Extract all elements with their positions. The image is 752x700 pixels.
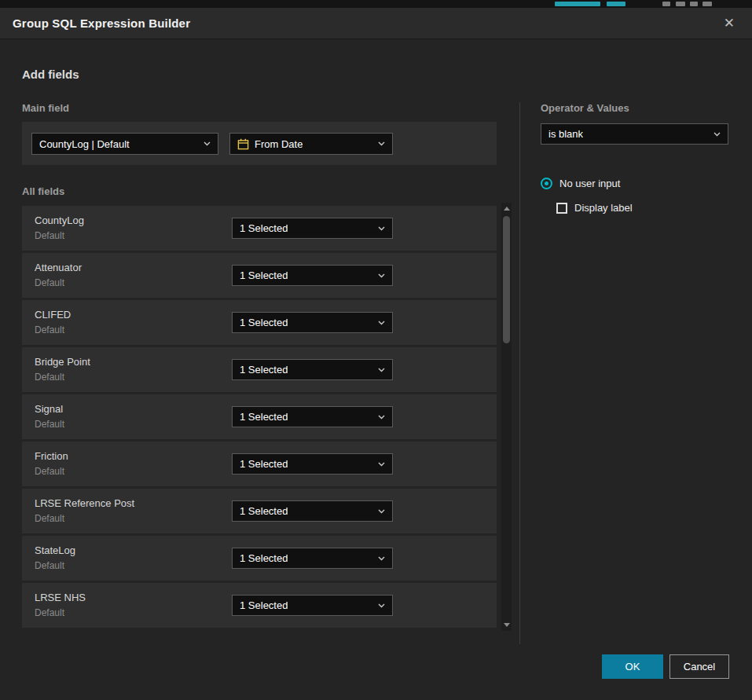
field-selected-label: 1 Selected xyxy=(240,411,288,423)
field-row: StateLog Default 1 Selected xyxy=(22,536,497,581)
chevron-down-icon xyxy=(378,509,385,514)
field-selected-dropdown[interactable]: 1 Selected xyxy=(232,218,393,239)
calendar-icon xyxy=(237,138,249,150)
radio-label: No user input xyxy=(559,178,620,189)
field-name: CountyLog xyxy=(35,214,84,226)
vertical-divider xyxy=(519,102,520,644)
scrollbar-thumb[interactable] xyxy=(503,216,510,343)
chevron-down-icon xyxy=(378,321,385,325)
field-selected-label: 1 Selected xyxy=(240,269,288,281)
scrollbar[interactable] xyxy=(501,203,512,631)
main-field-date-dropdown[interactable]: From Date xyxy=(229,133,393,155)
field-row: Attenuator Default 1 Selected xyxy=(22,253,497,298)
field-row: Friction Default 1 Selected xyxy=(22,442,497,486)
field-sublabel: Default xyxy=(35,466,64,477)
operator-dropdown[interactable]: is blank xyxy=(541,123,728,145)
operator-values-heading: Operator & Values xyxy=(541,102,629,114)
ok-button[interactable]: OK xyxy=(602,654,663,679)
main-field-layer-dropdown[interactable]: CountyLog | Default xyxy=(31,133,218,155)
scroll-up-icon[interactable] xyxy=(504,207,510,211)
checkbox-label: Display label xyxy=(574,202,633,214)
field-selected-label: 1 Selected xyxy=(240,599,288,611)
field-name: LRSE Reference Post xyxy=(35,497,134,509)
chevron-down-icon xyxy=(378,226,385,231)
field-sublabel: Default xyxy=(35,607,64,618)
no-user-input-radio[interactable]: No user input xyxy=(541,178,620,189)
chevron-down-icon xyxy=(378,415,385,420)
field-sublabel: Default xyxy=(35,560,64,571)
field-sublabel: Default xyxy=(35,324,64,335)
field-name: StateLog xyxy=(35,544,75,556)
dialog-header: Group SQL Expression Builder ✕ xyxy=(0,8,752,39)
field-row: Bridge Point Default 1 Selected xyxy=(22,347,497,392)
dialog-title: Group SQL Expression Builder xyxy=(13,16,190,30)
field-row: LRSE NHS Default 1 Selected xyxy=(22,583,497,628)
checkbox-icon xyxy=(556,203,567,214)
screen: Group SQL Expression Builder ✕ Add field… xyxy=(0,0,752,700)
operator-values-panel: Operator & Values is blank No user input… xyxy=(541,102,729,259)
display-label-checkbox[interactable]: Display label xyxy=(556,202,633,214)
field-selected-dropdown[interactable]: 1 Selected xyxy=(232,500,393,522)
field-selected-label: 1 Selected xyxy=(240,552,288,564)
field-selected-label: 1 Selected xyxy=(240,505,288,517)
field-selected-label: 1 Selected xyxy=(240,364,288,376)
dropdown-value: From Date xyxy=(255,138,303,150)
field-selected-dropdown[interactable]: 1 Selected xyxy=(232,548,393,569)
field-selected-dropdown[interactable]: 1 Selected xyxy=(232,595,393,616)
field-sublabel: Default xyxy=(35,230,64,241)
field-name: Attenuator xyxy=(35,262,82,273)
all-fields-list: CountyLog Default 1 Selected Attenuator … xyxy=(22,206,497,630)
radio-icon xyxy=(541,178,552,189)
field-selected-dropdown[interactable]: 1 Selected xyxy=(232,312,393,333)
group-sql-expression-builder-dialog: Group SQL Expression Builder ✕ Add field… xyxy=(0,8,752,700)
field-row: LRSE Reference Post Default 1 Selected xyxy=(22,489,497,533)
chevron-down-icon xyxy=(378,141,385,146)
background-app-strip xyxy=(0,0,752,8)
field-selected-label: 1 Selected xyxy=(240,317,288,328)
background-ui-fragment xyxy=(676,2,685,6)
scroll-down-icon[interactable] xyxy=(504,623,510,627)
chevron-down-icon xyxy=(378,462,385,467)
field-name: Signal xyxy=(35,403,63,415)
field-row: Signal Default 1 Selected xyxy=(22,394,497,439)
cancel-button[interactable]: Cancel xyxy=(669,654,729,679)
field-selected-label: 1 Selected xyxy=(240,458,288,470)
dropdown-value: is blank xyxy=(548,128,583,140)
field-sublabel: Default xyxy=(35,513,64,524)
field-name: Bridge Point xyxy=(35,356,90,368)
chevron-down-icon xyxy=(378,556,385,561)
add-fields-heading: Add fields xyxy=(22,68,79,81)
field-selected-dropdown[interactable]: 1 Selected xyxy=(232,453,393,475)
close-icon[interactable]: ✕ xyxy=(719,15,739,31)
field-selected-dropdown[interactable]: 1 Selected xyxy=(232,359,393,380)
background-ui-fragment xyxy=(607,2,625,6)
main-field-label: Main field xyxy=(22,102,69,114)
field-name: LRSE NHS xyxy=(35,592,86,603)
chevron-down-icon xyxy=(378,603,385,608)
chevron-down-icon xyxy=(378,368,385,372)
background-ui-fragment xyxy=(690,2,698,6)
field-name: CLIFED xyxy=(35,309,71,321)
field-name: Friction xyxy=(35,450,68,462)
chevron-down-icon xyxy=(713,132,721,137)
background-ui-fragment xyxy=(702,2,712,6)
chevron-down-icon xyxy=(378,273,385,278)
field-selected-label: 1 Selected xyxy=(240,222,288,234)
background-ui-fragment xyxy=(555,2,600,6)
field-sublabel: Default xyxy=(35,372,64,383)
main-field-panel: CountyLog | Default From Date xyxy=(22,122,497,165)
background-ui-fragment xyxy=(662,2,670,6)
field-selected-dropdown[interactable]: 1 Selected xyxy=(232,265,393,286)
field-sublabel: Default xyxy=(35,419,64,430)
chevron-down-icon xyxy=(204,141,211,146)
field-row: CLIFED Default 1 Selected xyxy=(22,300,497,345)
field-sublabel: Default xyxy=(35,277,64,288)
field-selected-dropdown[interactable]: 1 Selected xyxy=(232,406,393,427)
field-row: CountyLog Default 1 Selected xyxy=(22,206,497,251)
all-fields-label: All fields xyxy=(22,185,64,197)
dropdown-value: CountyLog | Default xyxy=(39,138,130,150)
